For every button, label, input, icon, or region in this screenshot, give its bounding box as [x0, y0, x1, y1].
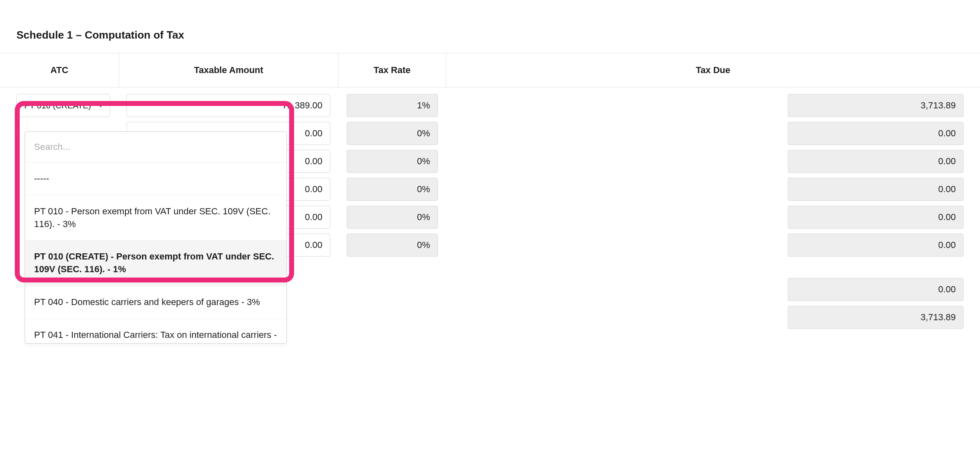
tax-due-value: 0.00	[788, 178, 964, 201]
tax-rate-value: 0%	[347, 234, 438, 257]
col-due-header: Tax Due	[446, 53, 980, 87]
atc-option[interactable]: PT 010 - Person exempt from VAT under SE…	[25, 195, 286, 241]
atc-option[interactable]: PT 041 - International Carriers: Tax on …	[25, 319, 286, 343]
table-row: PT 010 (CREATE) 71,389.00 1% 3,713.89	[0, 92, 980, 119]
tax-due-value: 0.00	[788, 234, 964, 257]
tax-rate-value: 1%	[347, 94, 438, 117]
atc-option[interactable]: PT 040 - Domestic carriers and keepers o…	[25, 286, 286, 319]
tax-rate-value: 0%	[347, 122, 438, 145]
tax-due-value: 0.00	[788, 206, 964, 229]
tax-due-value: 0.00	[788, 150, 964, 173]
atc-option-selected[interactable]: PT 010 (CREATE) - Person exempt from VAT…	[25, 241, 286, 286]
tax-rate-value: 0%	[347, 178, 438, 201]
atc-select[interactable]: PT 010 (CREATE)	[16, 94, 110, 117]
chevron-down-icon	[98, 104, 103, 107]
atc-dropdown-panel: ----- PT 010 - Person exempt from VAT un…	[25, 131, 287, 344]
atc-dropdown-search-input[interactable]	[34, 142, 277, 152]
col-amount-header: Taxable Amount	[119, 53, 338, 87]
col-rate-header: Tax Rate	[338, 53, 446, 87]
taxable-amount-input[interactable]: 71,389.00	[127, 94, 330, 117]
tax-due-value: 3,713.89	[788, 94, 964, 117]
tax-rate-value: 0%	[347, 206, 438, 229]
page-title: Schedule 1 – Computation of Tax	[0, 0, 980, 53]
total-due-value: 3,713.89	[788, 306, 964, 329]
atc-select-label: PT 010 (CREATE)	[24, 101, 91, 110]
subtotal-due-value: 0.00	[788, 278, 964, 301]
table-header: ATC Taxable Amount Tax Rate Tax Due	[0, 53, 980, 87]
col-atc-header: ATC	[0, 53, 119, 87]
tax-due-value: 0.00	[788, 122, 964, 145]
tax-rate-value: 0%	[347, 150, 438, 173]
atc-option[interactable]: -----	[25, 163, 286, 195]
